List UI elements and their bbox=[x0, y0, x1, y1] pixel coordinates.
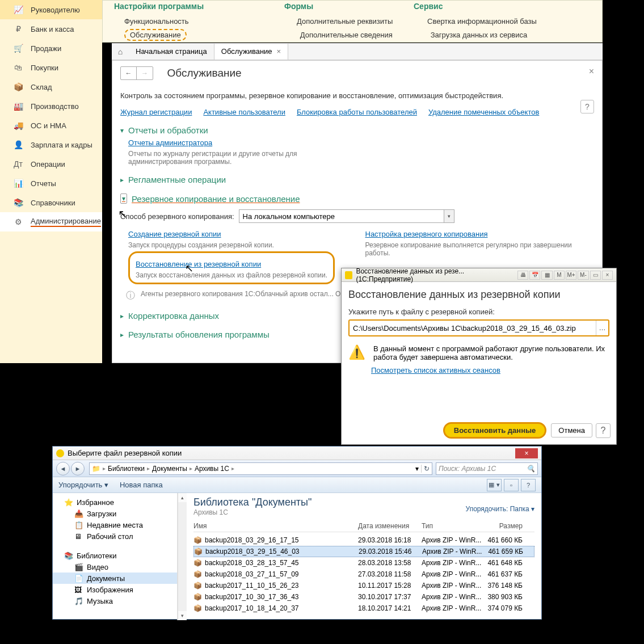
chevron-down-icon[interactable]: ▾ bbox=[444, 210, 454, 222]
browse-button[interactable]: … bbox=[596, 321, 608, 335]
link-req[interactable]: Дополнительные реквизиты bbox=[297, 17, 427, 26]
page-link[interactable]: Удаление помеченных объектов bbox=[428, 108, 539, 116]
top-hdr-3: Сервис bbox=[414, 2, 584, 11]
file-row[interactable]: 📦backup2018_03_29_16_17_1529.03.2018 16:… bbox=[193, 534, 534, 546]
info-icon: ⓘ bbox=[126, 290, 135, 302]
help-icon[interactable]: ? bbox=[580, 100, 594, 113]
page-link[interactable]: Журнал регистрации bbox=[120, 108, 192, 116]
mminus-icon[interactable]: M- bbox=[578, 271, 588, 280]
sidebar-item-0[interactable]: 📈Руководителю bbox=[0, 0, 102, 19]
sort-button[interactable]: Папка ▾ bbox=[510, 505, 534, 513]
explorer-close-icon[interactable]: × bbox=[515, 448, 538, 458]
sidebar-item-7[interactable]: 👤Зарплата и кадры bbox=[0, 135, 102, 154]
warning-icon: ⚠️ bbox=[348, 344, 365, 361]
sidebar-item-3[interactable]: 🛍Покупки bbox=[0, 58, 102, 77]
section-sched[interactable]: ▸Регламентные операции bbox=[120, 175, 594, 184]
col-date[interactable]: Дата изменения bbox=[358, 522, 422, 530]
tree-music[interactable]: 🎵Музыка bbox=[53, 595, 177, 607]
link-sved[interactable]: Дополнительные сведения bbox=[300, 31, 431, 39]
page-link[interactable]: Блокировка работы пользователей bbox=[297, 108, 417, 116]
view-button[interactable]: ▦ ▾ bbox=[487, 479, 502, 491]
tree-downloads[interactable]: 📥Загрузки bbox=[53, 508, 177, 519]
sidebar-item-9[interactable]: 📊Отчеты bbox=[0, 174, 102, 193]
preview-button[interactable]: ▫ bbox=[504, 479, 519, 491]
col-size[interactable]: Размер bbox=[483, 522, 523, 530]
file-row[interactable]: 📦backup2018_03_29_15_46_0329.03.2018 15:… bbox=[193, 546, 534, 557]
file-row[interactable]: 📦backup2017_11_10_15_26_2310.11.2017 15:… bbox=[193, 580, 534, 591]
sidebar-item-10[interactable]: 📚Справочники bbox=[0, 193, 102, 212]
page-link[interactable]: Активные пользователи bbox=[203, 108, 285, 116]
fwd-icon: → bbox=[137, 67, 153, 79]
zip-icon: 📦 bbox=[193, 593, 203, 601]
file-explorer: Выберите файл резервной копии × ◄ ► 📁▸ Б… bbox=[52, 446, 542, 620]
breadcrumb[interactable]: 📁▸ Библиотеки▸ Документы▸ Архивы 1С▸ ▾↻ bbox=[89, 462, 432, 475]
link-admin-reports[interactable]: Отчеты администратора bbox=[128, 138, 212, 147]
tree-video[interactable]: 🎬Видео bbox=[53, 561, 177, 573]
tree-recent[interactable]: 📋Недавние места bbox=[53, 519, 177, 531]
link-func[interactable]: Функциональность bbox=[114, 17, 297, 26]
exp-back-icon[interactable]: ◄ bbox=[56, 462, 70, 475]
min-icon[interactable]: ▭ bbox=[590, 271, 601, 280]
page-close-icon[interactable]: × bbox=[589, 66, 594, 77]
sidebar-item-4[interactable]: 📦Склад bbox=[0, 77, 102, 96]
tree-desktop[interactable]: 🖥Рабочий стол bbox=[53, 531, 177, 542]
back-icon[interactable]: ← bbox=[121, 67, 137, 79]
link-backup-settings[interactable]: Настройка резервного копирования bbox=[365, 230, 488, 238]
sidebar: 📈Руководителю₽Банк и касса🛒Продажи🛍Покуп… bbox=[0, 0, 102, 363]
sidebar-item-6[interactable]: 🚚ОС и НМА bbox=[0, 116, 102, 135]
tab-maint[interactable]: Обслуживание× bbox=[214, 44, 288, 60]
restore-dialog: Восстановление данных из резе... (1С:Пре… bbox=[341, 268, 617, 445]
home-icon[interactable]: ⌂ bbox=[112, 47, 129, 56]
sidebar-item-8[interactable]: ДтОперации bbox=[0, 154, 102, 174]
exp-help-icon[interactable]: ? bbox=[521, 479, 536, 491]
close-icon[interactable]: × bbox=[277, 47, 281, 56]
sidebar-item-5[interactable]: 🏭Производство bbox=[0, 96, 102, 116]
tree-scrollbar[interactable]: ▴▾ bbox=[178, 493, 187, 620]
tree-fav[interactable]: ⭐Избранное bbox=[53, 496, 177, 508]
zip-icon: 📦 bbox=[193, 536, 203, 544]
tree-lib[interactable]: 📚Библиотеки bbox=[53, 550, 177, 561]
link-zagr[interactable]: Загрузка данных из сервиса bbox=[431, 31, 561, 39]
tree-img[interactable]: 🖼Изображения bbox=[53, 584, 177, 595]
path-input[interactable] bbox=[350, 321, 596, 335]
section-reports[interactable]: ▾Отчеты и обработки bbox=[120, 125, 594, 135]
search-input[interactable]: Поиск: Архивы 1С🔍 bbox=[436, 462, 538, 475]
exp-fwd-icon[interactable]: ► bbox=[71, 462, 85, 475]
cancel-button[interactable]: Отмена bbox=[551, 423, 592, 437]
mplus-icon[interactable]: M+ bbox=[566, 271, 576, 280]
tab-home[interactable]: Начальная страница bbox=[129, 44, 214, 60]
print-icon[interactable]: 🖶 bbox=[517, 271, 528, 280]
link-restore-backup[interactable]: Восстановление из резервной копии bbox=[136, 260, 261, 268]
file-row[interactable]: 📦backup2018_03_27_11_57_0927.03.2018 11:… bbox=[193, 569, 534, 580]
link-svert[interactable]: Свертка информационной базы bbox=[427, 17, 558, 26]
sidebar-icon: Дт bbox=[12, 158, 24, 170]
tree-docs[interactable]: 📄Документы bbox=[53, 573, 177, 584]
sidebar-icon: ₽ bbox=[12, 23, 24, 35]
close-dlg-icon[interactable]: × bbox=[602, 271, 613, 280]
app-icon bbox=[345, 271, 352, 279]
sidebar-item-11[interactable]: ⚙Администрирование bbox=[0, 212, 102, 231]
link-maint[interactable]: Обслуживание bbox=[124, 29, 187, 41]
m-icon[interactable]: M bbox=[554, 271, 565, 280]
links-row: Журнал регистрацииАктивные пользователиБ… bbox=[120, 108, 594, 116]
method-label: Способ резервного копирования: bbox=[120, 212, 234, 221]
file-row[interactable]: 📦backup2018_03_28_13_57_4528.03.2018 13:… bbox=[193, 557, 534, 569]
section-backup[interactable]: ▾Резервное копирование и восстановление bbox=[120, 193, 594, 204]
method-select[interactable]: На локальном компьютере▾ bbox=[239, 209, 454, 223]
col-name[interactable]: Имя bbox=[193, 522, 358, 530]
zip-icon: 📦 bbox=[193, 604, 203, 612]
sidebar-item-1[interactable]: ₽Банк и касса bbox=[0, 19, 102, 39]
file-row[interactable]: 📦backup2017_10_18_14_20_3718.10.2017 14:… bbox=[193, 603, 534, 614]
link-sessions[interactable]: Посмотреть список активных сеансов bbox=[371, 366, 500, 374]
file-row[interactable]: 📦backup2017_10_30_17_36_4330.10.2017 17:… bbox=[193, 591, 534, 603]
newfolder-button[interactable]: Новая папка bbox=[120, 481, 163, 489]
calc-icon[interactable]: ▦ bbox=[541, 271, 552, 280]
sidebar-item-2[interactable]: 🛒Продажи bbox=[0, 39, 102, 58]
col-type[interactable]: Тип bbox=[422, 522, 483, 530]
link-create-backup[interactable]: Создание резервной копии bbox=[128, 230, 221, 238]
restore-button[interactable]: Восстановить данные bbox=[443, 422, 546, 439]
organize-button[interactable]: Упорядочить ▾ bbox=[58, 481, 108, 489]
dlg-help-icon[interactable]: ? bbox=[596, 423, 611, 438]
sidebar-icon: 📦 bbox=[12, 81, 24, 92]
calendar-icon[interactable]: 📅 bbox=[529, 271, 540, 280]
